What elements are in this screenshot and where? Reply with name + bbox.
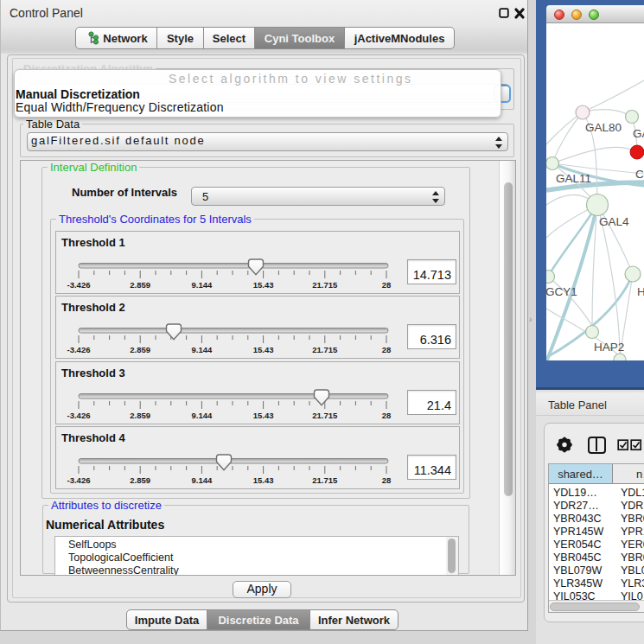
svg-text:2.859: 2.859: [130, 280, 150, 290]
svg-text:9.144: 9.144: [192, 411, 213, 420]
svg-text:-3.426: -3.426: [67, 345, 91, 354]
svg-text:-3.426: -3.426: [67, 475, 91, 485]
svg-text:9.144: 9.144: [192, 280, 213, 290]
svg-text:-3.426: -3.426: [67, 411, 91, 420]
svg-text:GAL80: GAL80: [585, 121, 622, 134]
svg-text:28: 28: [382, 280, 392, 290]
svg-text:21.715: 21.715: [312, 411, 338, 420]
svg-text:21.715: 21.715: [312, 475, 338, 485]
svg-text:2.859: 2.859: [130, 411, 150, 420]
svg-text:GAL11: GAL11: [556, 172, 591, 185]
svg-text:C: C: [635, 168, 644, 181]
svg-text:9.144: 9.144: [192, 475, 213, 485]
svg-text:9.144: 9.144: [192, 345, 213, 354]
svg-text:2.859: 2.859: [130, 345, 150, 354]
svg-text:15.43: 15.43: [253, 411, 274, 420]
svg-text:2.859: 2.859: [130, 475, 150, 485]
svg-text:15.43: 15.43: [253, 280, 274, 290]
svg-text:28: 28: [382, 475, 392, 485]
svg-text:GAL4: GAL4: [599, 215, 629, 228]
svg-text:28: 28: [382, 411, 392, 420]
svg-text:21.715: 21.715: [312, 345, 338, 354]
svg-text:15.43: 15.43: [253, 475, 274, 485]
svg-text:28: 28: [382, 345, 392, 354]
svg-text:GA: GA: [633, 127, 644, 140]
svg-text:H: H: [637, 285, 644, 298]
svg-text:-3.426: -3.426: [67, 280, 91, 290]
svg-text:21.715: 21.715: [312, 280, 338, 290]
svg-text:HAP2: HAP2: [594, 341, 624, 354]
svg-text:15.43: 15.43: [253, 345, 274, 354]
svg-text:GCY1: GCY1: [546, 285, 577, 298]
